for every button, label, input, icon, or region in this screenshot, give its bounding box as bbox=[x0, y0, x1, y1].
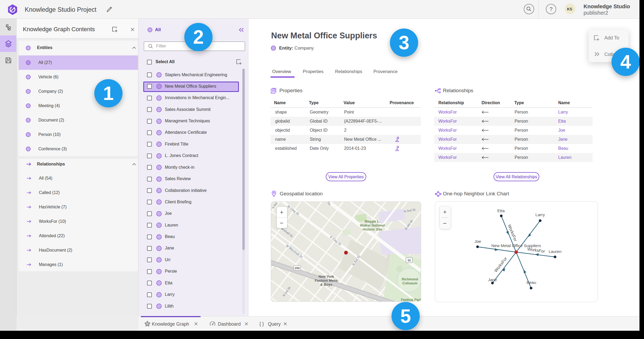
svg-text:250: 250 bbox=[295, 267, 300, 270]
svg-text:Larry: Larry bbox=[535, 212, 545, 217]
svg-text:Jane: Jane bbox=[488, 277, 497, 282]
svg-text:Lauren: Lauren bbox=[549, 249, 561, 254]
svg-text:Walker National: Walker National bbox=[360, 224, 385, 227]
svg-text:WorksFor: WorksFor bbox=[527, 247, 545, 253]
svg-text:& Boys: & Boys bbox=[320, 282, 332, 286]
svg-text:Festival Park: Festival Park bbox=[401, 298, 421, 301]
svg-text:33: 33 bbox=[407, 259, 411, 262]
svg-text:Historic Site: Historic Site bbox=[363, 228, 382, 231]
svg-text:New York: New York bbox=[319, 275, 334, 279]
svg-text:New Metal Office Suppliers: New Metal Office Suppliers bbox=[491, 243, 541, 248]
svg-text:Beau: Beau bbox=[527, 280, 536, 285]
svg-text:Maggie L.: Maggie L. bbox=[365, 220, 380, 223]
svg-text:WorksFor: WorksFor bbox=[507, 224, 518, 242]
svg-text:Etta: Etta bbox=[497, 208, 505, 213]
svg-text:Richmond: Richmond bbox=[402, 277, 418, 281]
svg-text:?: ? bbox=[549, 6, 552, 12]
svg-text:Joe: Joe bbox=[475, 239, 481, 244]
svg-text:Coliseum: Coliseum bbox=[402, 281, 417, 285]
svg-text:Fashion Mens: Fashion Mens bbox=[315, 279, 338, 282]
svg-text:WorksFor: WorksFor bbox=[493, 256, 508, 273]
